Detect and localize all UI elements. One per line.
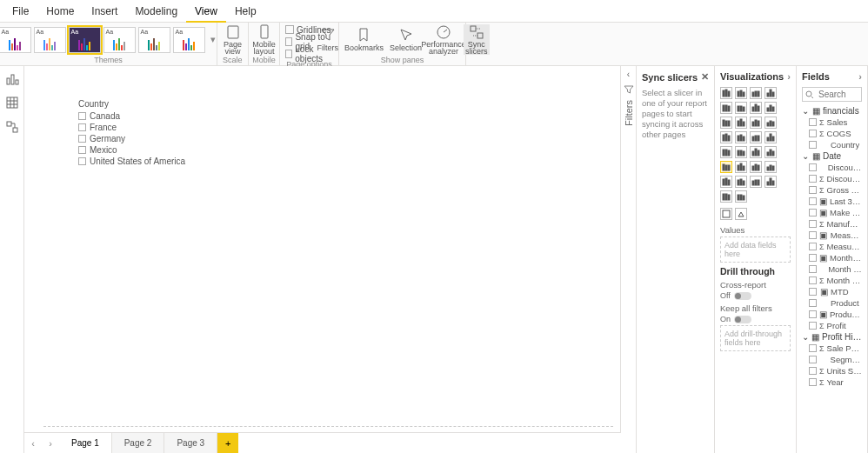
data-view-button[interactable] (5, 96, 19, 111)
viz-matrix-button[interactable] (750, 161, 762, 173)
field-item[interactable]: Country (802, 139, 862, 150)
filters-pane-collapsed[interactable]: ‹ Filters (621, 66, 637, 453)
field-item[interactable]: ΣSales (802, 117, 862, 128)
theme-swatch[interactable]: Aa (69, 27, 101, 53)
field-item[interactable]: ΣGross Sales (802, 184, 862, 196)
slicer-option[interactable]: Mexico (78, 145, 185, 155)
field-item[interactable]: ΣProfit (802, 320, 862, 331)
viz-table-button[interactable] (735, 161, 747, 173)
page-tab[interactable]: Page 3 (164, 433, 217, 453)
drillthrough-dropwell[interactable]: Add drill-through fields here (720, 325, 791, 351)
themes-more-button[interactable]: ▾ (208, 34, 218, 45)
theme-swatch[interactable]: Aa (34, 27, 66, 53)
field-item[interactable]: ▣Measure (802, 230, 862, 241)
theme-swatch[interactable]: Aa (138, 27, 170, 53)
crossreport-toggle[interactable]: Off (720, 291, 791, 300)
menu-tab-file[interactable]: File (3, 0, 37, 23)
field-item[interactable]: ▣MTD (802, 286, 862, 297)
bookmarks-pane-button[interactable]: Bookmarks (343, 27, 385, 52)
viz-clustered-bar-button[interactable] (735, 87, 747, 99)
viz-more-button[interactable] (735, 190, 747, 203)
slicer-option[interactable]: United States of America (78, 157, 185, 166)
page-tab[interactable]: Page 1 (59, 433, 112, 453)
menu-tab-view[interactable]: View (186, 0, 226, 23)
menu-tab-home[interactable]: Home (37, 0, 83, 23)
slicer-visual[interactable]: Country CanadaFranceGermanyMexicoUnited … (78, 99, 185, 168)
viz-gauge-button[interactable] (720, 146, 732, 158)
fields-search[interactable] (802, 87, 862, 102)
viz-treemap-button[interactable] (720, 131, 732, 143)
viz-ribbon-button[interactable] (765, 102, 777, 114)
viz-format-tab[interactable] (735, 208, 747, 220)
field-item[interactable]: ΣYear (802, 376, 862, 388)
filters-pane-button[interactable]: Filters (315, 27, 340, 52)
viz-area-button[interactable] (735, 102, 747, 114)
viz-r-visual-button[interactable] (765, 161, 777, 173)
slicer-option[interactable]: Canada (78, 111, 185, 121)
field-item[interactable]: Month Name (802, 263, 862, 275)
close-sync-pane-button[interactable]: ✕ (701, 71, 709, 83)
theme-swatch[interactable]: Aa (173, 27, 205, 53)
field-table[interactable]: ⌄▦financials (802, 105, 862, 117)
viz-map-button[interactable] (735, 131, 747, 143)
viz-key-influencers-button[interactable] (735, 176, 747, 188)
add-page-button[interactable]: + (217, 433, 238, 453)
field-item[interactable]: ΣMonth Nu... (802, 275, 862, 286)
values-dropwell[interactable]: Add data fields here (720, 236, 791, 263)
viz-qna-button[interactable] (765, 176, 777, 188)
field-item[interactable]: ▣Last 3 Mont... (802, 196, 862, 207)
fields-search-input[interactable] (817, 89, 858, 100)
viz-decomposition-button[interactable] (750, 176, 762, 188)
field-item[interactable]: ▣Make Trans... (802, 207, 862, 218)
field-item[interactable]: ΣUnits Sold (802, 365, 862, 376)
viz-paginated-button[interactable] (720, 190, 732, 203)
field-item[interactable]: ΣSale Price (802, 343, 862, 354)
viz-py-visual-button[interactable] (720, 176, 732, 188)
viz-card-button[interactable] (735, 146, 747, 158)
viz-slicer-button[interactable] (720, 161, 732, 173)
viz-funnel-button[interactable] (765, 131, 777, 143)
viz-filled-map-button[interactable] (750, 131, 762, 143)
report-canvas[interactable]: Country CanadaFranceGermanyMexicoUnited … (24, 66, 621, 432)
viz-fields-tab[interactable] (720, 208, 732, 220)
keepfilters-toggle[interactable]: On (720, 315, 791, 323)
menu-tab-insert[interactable]: Insert (83, 0, 126, 23)
field-item[interactable]: ΣMeasure 2 (802, 241, 862, 252)
menu-tab-modeling[interactable]: Modeling (126, 0, 186, 23)
viz-stacked-column-button[interactable] (750, 87, 762, 99)
viz-clustered-column-button[interactable] (765, 87, 777, 99)
viz-line-button[interactable] (720, 102, 732, 114)
field-item[interactable]: ▣Month Mea... (802, 252, 862, 263)
viz-pie-button[interactable] (750, 117, 762, 129)
sync-slicers-button[interactable]: Sync slicers (464, 24, 490, 55)
mobile-layout-button[interactable]: Mobile layout (250, 24, 277, 55)
collapse-viz-icon[interactable]: › (787, 71, 791, 82)
menu-tab-help[interactable]: Help (226, 0, 265, 23)
field-item[interactable]: ΣCOGS (802, 128, 862, 139)
page-tab[interactable]: Page 2 (112, 433, 165, 453)
field-item[interactable]: Product (802, 297, 862, 309)
theme-swatch[interactable]: Aa (103, 27, 136, 53)
field-item[interactable]: Discount Ba... (802, 162, 862, 173)
field-item[interactable]: Segment (802, 354, 862, 365)
collapse-fields-icon[interactable]: › (858, 71, 862, 82)
page-prev-button[interactable]: ‹ (24, 433, 42, 453)
selection-pane-button[interactable]: Selection (388, 27, 424, 52)
viz-multi-card-button[interactable] (750, 146, 762, 158)
viz-waterfall-button[interactable] (720, 117, 732, 129)
field-table[interactable]: ⌄▦Profit Hiera... (802, 331, 862, 343)
field-item[interactable]: ▣Product Me... (802, 309, 862, 320)
page-view-button[interactable]: Page view (222, 24, 244, 55)
page-next-button[interactable]: › (42, 433, 59, 453)
field-item[interactable]: ΣDiscounts (802, 173, 862, 184)
viz-donut-button[interactable] (765, 117, 777, 129)
field-item[interactable]: ΣManufactur... (802, 218, 862, 230)
field-table[interactable]: ⌄▦Date (802, 150, 862, 162)
viz-kpi-button[interactable] (765, 146, 777, 158)
slicer-option[interactable]: France (78, 123, 185, 132)
model-view-button[interactable] (5, 120, 19, 136)
viz-stacked-bar-button[interactable] (720, 87, 732, 99)
theme-swatch[interactable]: Aa (0, 27, 31, 53)
report-view-button[interactable] (5, 71, 19, 87)
perf-analyzer-button[interactable]: Performance analyzer (426, 24, 461, 55)
